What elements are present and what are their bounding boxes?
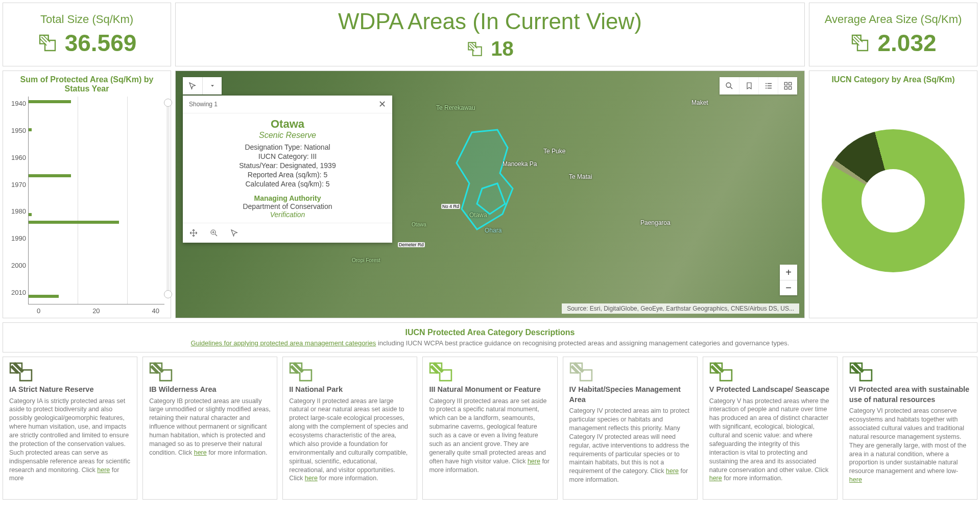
category-icon bbox=[289, 362, 313, 382]
map-label: Te Matai bbox=[569, 173, 592, 180]
bar-y-labels: 19401950196019701980199020002010 bbox=[9, 97, 28, 314]
map-attribution: Source: Esri, DigitalGlobe, GeoEye, Eart… bbox=[562, 303, 799, 314]
category-here-link[interactable]: here bbox=[194, 449, 207, 456]
bookmark-button[interactable] bbox=[739, 77, 758, 95]
category-title: IB Wilderness Area bbox=[149, 385, 271, 395]
popup-pan-button[interactable] bbox=[187, 226, 200, 240]
select-tool-button[interactable] bbox=[183, 77, 202, 95]
category-title: IA Strict Nature Reserve bbox=[9, 385, 131, 395]
popup-designation: Scenic Reserve bbox=[189, 131, 386, 140]
area-icon bbox=[37, 33, 58, 53]
iucn-desc-subtitle: Guidelines for applying protected area m… bbox=[9, 339, 971, 347]
total-size-label: Total Size (Sq/Km) bbox=[40, 13, 133, 26]
category-here-link[interactable]: here bbox=[97, 466, 110, 474]
iucn-desc-title: IUCN Protected Area Category Description… bbox=[9, 328, 971, 337]
map-toolbar-left bbox=[183, 77, 222, 95]
svg-rect-4 bbox=[788, 87, 791, 89]
category-title: VI Protected area with sustainable use o… bbox=[849, 385, 971, 405]
bar[interactable] bbox=[29, 128, 32, 131]
map-label: Manoeka Pa bbox=[503, 160, 537, 168]
popup-footer bbox=[183, 223, 392, 243]
search-button[interactable] bbox=[720, 77, 739, 95]
bar-x-labels: 02040 bbox=[37, 307, 159, 315]
category-icon bbox=[849, 362, 873, 382]
category-title: IV Habitat/Species Management Area bbox=[569, 385, 691, 405]
svg-rect-3 bbox=[784, 87, 787, 89]
panel-iucn-descriptions: IUCN Protected Area Category Description… bbox=[3, 322, 977, 353]
panel-map[interactable]: Otawa Ohara Te Rerekawau Te Puke Manoeka… bbox=[175, 70, 805, 318]
map-label: Otawa bbox=[412, 222, 426, 227]
card-total-size: Total Size (Sq/Km) 36.569 bbox=[3, 3, 171, 66]
road-label: No 4 Rd bbox=[441, 204, 460, 209]
category-text: Category III protected areas are set asi… bbox=[429, 397, 551, 475]
zoom-control: + − bbox=[780, 265, 797, 295]
avg-size-label: Average Area Size (Sq/Km) bbox=[825, 13, 962, 26]
card-avg-size: Average Area Size (Sq/Km) 2.032 bbox=[809, 3, 977, 66]
popup-zoom-button[interactable] bbox=[207, 226, 221, 240]
category-card: VI Protected area with sustainable use o… bbox=[843, 357, 977, 500]
category-here-link[interactable]: here bbox=[849, 476, 862, 483]
map-label: Paengaroa bbox=[640, 219, 671, 226]
category-title: II National Park bbox=[289, 385, 411, 395]
category-text: Category VI protected areas conserve eco… bbox=[849, 407, 971, 484]
svg-rect-2 bbox=[788, 82, 791, 85]
wdpa-title: WDPA Areas (In Current View) bbox=[338, 9, 642, 34]
map-label: Otawa bbox=[469, 212, 487, 219]
popup-verification-heading: Verification bbox=[189, 210, 386, 219]
basemap-button[interactable] bbox=[778, 77, 797, 95]
wdpa-value: 18 bbox=[491, 37, 514, 60]
range-slider-track[interactable] bbox=[166, 100, 170, 296]
category-here-link[interactable]: here bbox=[305, 475, 318, 482]
select-dropdown-button[interactable] bbox=[202, 77, 222, 95]
map-label: Te Puke bbox=[543, 148, 565, 155]
category-card: II National ParkCategory II protected ar… bbox=[282, 357, 417, 500]
category-here-link[interactable]: here bbox=[528, 458, 540, 465]
bar[interactable] bbox=[29, 295, 59, 298]
range-slider-handle-bottom[interactable] bbox=[164, 290, 172, 298]
selected-feature-outline[interactable] bbox=[441, 127, 543, 240]
feature-popup: Showing 1 ✕ Otawa Scenic Reserve Designa… bbox=[183, 96, 392, 243]
card-wdpa-count: WDPA Areas (In Current View) 18 bbox=[175, 3, 805, 66]
zoom-in-button[interactable]: + bbox=[780, 265, 797, 280]
category-text: Category IB protected areas are usually … bbox=[149, 397, 271, 457]
range-slider-handle-top[interactable] bbox=[164, 99, 172, 107]
svg-point-0 bbox=[726, 83, 731, 87]
category-text: Category II protected areas are large na… bbox=[289, 397, 411, 483]
total-size-value: 36.569 bbox=[65, 29, 137, 57]
category-text: Category IA is strictly protected areas … bbox=[9, 397, 131, 483]
legend-button[interactable] bbox=[758, 77, 778, 95]
zoom-out-button[interactable]: − bbox=[780, 280, 797, 295]
popup-select-button[interactable] bbox=[228, 226, 241, 240]
category-icon bbox=[569, 362, 593, 382]
category-here-link[interactable]: here bbox=[709, 475, 722, 482]
map-label: Maket bbox=[691, 99, 708, 106]
road-label: Demeter Rd bbox=[398, 242, 425, 247]
bar[interactable] bbox=[29, 174, 71, 177]
map-toolbar-right bbox=[720, 77, 797, 95]
category-icon bbox=[9, 362, 33, 382]
svg-rect-1 bbox=[784, 82, 787, 85]
category-text: Category IV protected areas aim to prote… bbox=[569, 407, 691, 484]
map-label: Te Rerekawau bbox=[436, 104, 475, 111]
donut-title: IUCN Category by Area (Sq/Km) bbox=[816, 75, 971, 84]
category-icon bbox=[709, 362, 733, 382]
donut-chart[interactable] bbox=[816, 87, 971, 314]
bar-chart[interactable]: 19401950196019701980199020002010 02040 bbox=[9, 97, 164, 314]
category-title: III Natural Monument or Feature bbox=[429, 385, 551, 395]
popup-managing-authority: Department of Conservation bbox=[189, 202, 386, 210]
popup-close-button[interactable]: ✕ bbox=[378, 99, 386, 110]
avg-size-value: 2.032 bbox=[877, 29, 936, 57]
bar-plot-area bbox=[28, 97, 164, 304]
bar[interactable] bbox=[29, 213, 32, 216]
bar-chart-title: Sum of Protected Area (Sq/Km) by Status … bbox=[9, 75, 164, 93]
map-label: Oropi Forest bbox=[352, 257, 380, 263]
category-icon bbox=[149, 362, 173, 382]
category-here-link[interactable]: here bbox=[666, 467, 679, 475]
panel-bar-chart: Sum of Protected Area (Sq/Km) by Status … bbox=[3, 70, 171, 318]
popup-managing-authority-heading: Managing Authority bbox=[189, 194, 386, 202]
guidelines-link[interactable]: Guidelines for applying protected area m… bbox=[191, 339, 376, 347]
area-icon bbox=[850, 33, 870, 53]
bar[interactable] bbox=[29, 221, 119, 224]
category-grid: IA Strict Nature ReserveCategory IA is s… bbox=[3, 357, 977, 500]
bar[interactable] bbox=[29, 100, 71, 103]
